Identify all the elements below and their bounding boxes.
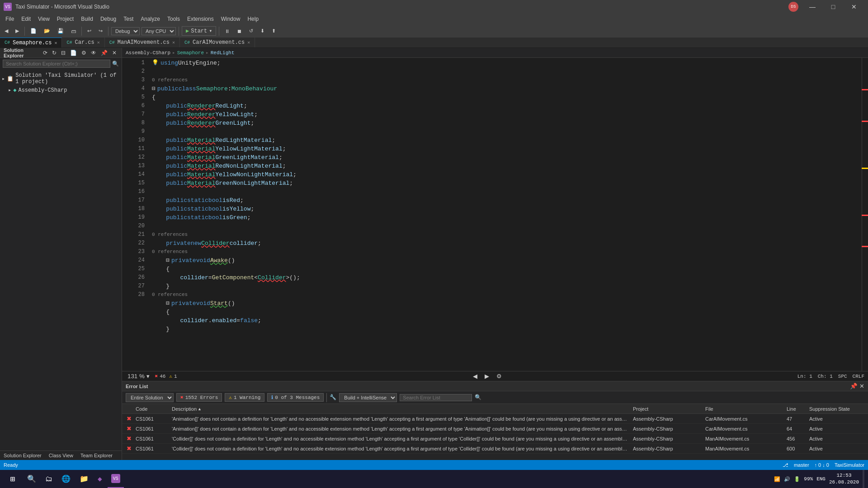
menu-item-debug[interactable]: Debug <box>97 15 120 23</box>
zoom-dropdown-btn[interactable]: 131 % ▾ <box>126 372 151 380</box>
code-editor[interactable]: 💡 using UnityEngine; 0 references ⊟ publ… <box>148 58 862 371</box>
collapse-icon-3[interactable]: ⊟ <box>152 84 156 93</box>
col-code-label: Code <box>136 406 147 412</box>
sync-button[interactable]: ⟳ <box>42 49 49 56</box>
debug-mode-dropdown[interactable]: Debug <box>111 27 140 35</box>
taskbar-search-btn[interactable]: 🔍 <box>24 470 40 488</box>
messages-filter-btn[interactable]: ℹ 0 of 3 Messages <box>267 393 324 402</box>
taskbar-clock[interactable]: 12:53 26.08.2020 <box>829 472 859 486</box>
taskbar-purple-icon-btn[interactable]: ◆ <box>94 470 106 488</box>
code-line-7: public Renderer GreenLight; <box>152 119 862 127</box>
pin-button[interactable]: 📌 <box>99 49 109 56</box>
preview-button[interactable]: 👁 <box>90 49 98 56</box>
col-file[interactable]: File <box>703 406 785 412</box>
build-filter-dropdown[interactable]: Build + IntelliSense <box>339 393 397 402</box>
new-file-button[interactable]: 📄 <box>28 27 39 35</box>
collapse-icon-25[interactable]: ⊟ <box>166 299 170 308</box>
debug-toolbar-btn-1[interactable]: ⏸ <box>222 28 232 35</box>
save-button[interactable]: 💾 <box>55 27 66 35</box>
forward-button[interactable]: ▶ <box>13 27 22 35</box>
close-tab-semaphore[interactable]: ✕ <box>54 40 57 46</box>
cpu-dropdown[interactable]: Any CPU <box>142 27 176 35</box>
close-button[interactable]: ✕ <box>844 0 864 14</box>
undo-button[interactable]: ↩ <box>85 27 94 35</box>
menu-item-extensions[interactable]: Extensions <box>184 15 217 23</box>
solution-node[interactable]: ▸ 📋 Solution 'Taxi Simulator' (1 of 1 pr… <box>0 71 122 86</box>
tab-car[interactable]: C# Car.cs ✕ <box>62 38 104 47</box>
tab-carai[interactable]: C# CarAIMovement.cs ✕ <box>180 38 255 47</box>
tab-manai[interactable]: C# ManAIMovement.cs ✕ <box>105 38 180 47</box>
menu-item-window[interactable]: Window <box>217 15 244 23</box>
scroll-minimap[interactable] <box>862 58 868 371</box>
code-line-20: private new Collider collider; <box>152 239 862 248</box>
footer-tab-class-view[interactable]: Class View <box>45 451 77 460</box>
col-suppression[interactable]: Suppression State <box>807 406 866 412</box>
search-errors-input[interactable] <box>400 394 472 401</box>
error-row-0[interactable]: ✖ CS1061 'Animation[]' does not contain … <box>122 414 868 424</box>
show-all-files-button[interactable]: 📄 <box>69 49 78 56</box>
menu-item-test[interactable]: Test <box>120 15 137 23</box>
close-panel-button[interactable]: ✕ <box>111 49 118 56</box>
errors-filter-btn[interactable]: ✖ 1552 Errors <box>176 393 222 402</box>
taskbar-task-view-btn[interactable]: 🗂 <box>42 470 56 488</box>
next-error-btn[interactable]: ▶ <box>483 372 491 380</box>
menu-item-view[interactable]: View <box>34 15 53 23</box>
col-line[interactable]: Line <box>785 406 807 412</box>
footer-tab-solution-explorer[interactable]: Solution Explorer <box>0 451 45 460</box>
error-line-3: 600 <box>785 445 807 452</box>
start-button[interactable]: ▶ Start ▾ <box>182 26 216 36</box>
tab-semaphore[interactable]: C# Semaphore.cs ✕ <box>0 38 62 47</box>
taskbar-edge-btn[interactable]: 🌐 <box>58 470 74 488</box>
breadcrumb-assembly[interactable]: Assembly-CSharp <box>126 50 170 56</box>
menu-item-build[interactable]: Build <box>77 15 97 23</box>
project-node[interactable]: ▸ ◆ Assembly-CSharp <box>0 86 122 94</box>
scope-dropdown[interactable]: Entire Solution <box>126 393 174 402</box>
menu-item-help[interactable]: Help <box>244 15 262 23</box>
redo-button[interactable]: ↪ <box>96 27 105 35</box>
more-nav-btn[interactable]: ⚙ <box>495 372 504 380</box>
menu-item-analyze[interactable]: Analyze <box>137 15 164 23</box>
debug-toolbar-btn-3[interactable]: ↺ <box>246 27 256 35</box>
debug-toolbar-btn-2[interactable]: ⏹ <box>234 28 245 35</box>
menu-item-edit[interactable]: Edit <box>18 15 34 23</box>
main-layout: Solution Explorer ⟳ ↻ ⊟ 📄 ⚙ 👁 📌 ✕ 🔍 <box>0 48 868 460</box>
taskbar-explorer-btn[interactable]: 📁 <box>76 470 92 488</box>
save-all-button[interactable]: 🗃 <box>68 28 79 35</box>
menu-item-project[interactable]: Project <box>53 15 77 23</box>
error-list-close-btn[interactable]: ✕ <box>859 383 864 389</box>
close-tab-manai[interactable]: ✕ <box>172 40 175 45</box>
menu-item-file[interactable]: File <box>2 15 18 23</box>
close-tab-car[interactable]: ✕ <box>97 40 100 45</box>
col-code[interactable]: Code <box>134 406 170 412</box>
taskbar-vs-btn[interactable]: VS <box>108 470 124 488</box>
back-button[interactable]: ◀ <box>2 27 11 35</box>
breadcrumb-class[interactable]: Semaphore <box>177 50 204 56</box>
debug-toolbar-btn-5[interactable]: ⬆ <box>269 27 278 35</box>
warnings-filter-btn[interactable]: ⚠ 1 Warning <box>225 393 264 402</box>
error-row-2[interactable]: ✖ CS1061 'Collider[]' does not contain a… <box>122 434 868 444</box>
warning-count: 1 <box>174 374 177 379</box>
open-button[interactable]: 📂 <box>41 27 53 35</box>
start-menu-button[interactable]: ⊞ <box>4 470 22 488</box>
maximize-button[interactable]: □ <box>823 0 844 14</box>
breadcrumb-member[interactable]: RedLight <box>211 50 235 56</box>
footer-tab-team-explorer[interactable]: Team Explorer <box>77 451 116 460</box>
refresh-button[interactable]: ↻ <box>51 49 58 56</box>
col-project[interactable]: Project <box>631 406 703 412</box>
error-row-1[interactable]: ✖ CS1061 'Animation[]' does not contain … <box>122 424 868 434</box>
taskbar-show-desktop-btn[interactable] <box>863 470 864 488</box>
error-row-3[interactable]: ✖ CS1061 'Collider[]' does not contain a… <box>122 444 868 454</box>
error-list-pin-btn[interactable]: 📌 <box>850 383 858 389</box>
prev-error-btn[interactable]: ◀ <box>471 372 479 380</box>
build-filter-icon: 🔧 <box>330 394 336 401</box>
solution-search-input[interactable] <box>3 60 110 68</box>
menu-item-tools[interactable]: Tools <box>164 15 184 23</box>
debug-toolbar-btn-4[interactable]: ⬇ <box>258 27 267 35</box>
collapse-all-button[interactable]: ⊟ <box>60 49 67 56</box>
error-file-1: CarAIMovement.cs <box>703 425 785 432</box>
close-tab-carai[interactable]: ✕ <box>247 40 250 45</box>
properties-button[interactable]: ⚙ <box>80 49 88 56</box>
col-description[interactable]: Description ▲ <box>170 406 631 412</box>
collapse-icon-21[interactable]: ⊟ <box>166 256 170 265</box>
minimize-button[interactable]: — <box>802 0 823 14</box>
